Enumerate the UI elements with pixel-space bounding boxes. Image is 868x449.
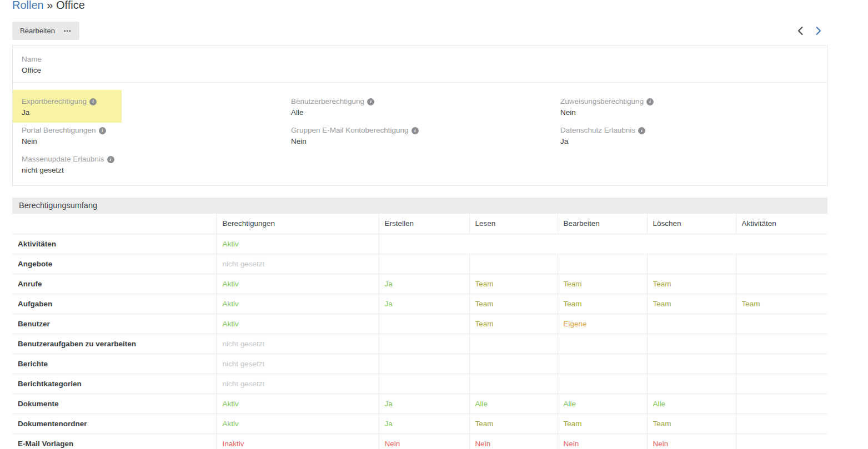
module-name-cell: Aktivitäten (12, 234, 217, 254)
field-massenupdate-erlaubnis: Massenupdate Erlaubnis nicht gesetzt (13, 148, 282, 176)
column-header-bearbeiten: Bearbeiten (558, 214, 647, 234)
scope-value-cell: Nein (558, 433, 647, 449)
scope-value-cell: Team (469, 314, 558, 334)
scope-value-cell (558, 354, 647, 374)
column-header-module (12, 214, 217, 234)
scope-value-cell (736, 413, 827, 433)
permission-status-cell: Aktiv (217, 274, 379, 294)
scope-value-cell (647, 314, 736, 334)
next-record-icon[interactable] (815, 26, 822, 36)
role-detail-page: Rollen » Office Bearbeiten ••• Name Offi… (12, 0, 827, 449)
field-label: Portal Berechtigungen (22, 126, 96, 134)
scope-value-cell: Team (469, 294, 558, 314)
scope-value-cell (647, 254, 736, 274)
module-name-cell: Dokumentenordner (12, 413, 217, 433)
role-fields-grid: Exportberechtigung Ja Benutzerberechtigu… (13, 83, 827, 185)
table-row: Benutzeraufgaben zu verarbeitennicht ges… (12, 334, 827, 354)
breadcrumb-link-rollen[interactable]: Rollen (12, 0, 44, 11)
scope-value-cell: Ja (379, 413, 469, 433)
field-value: nicht gesetzt (22, 166, 273, 174)
table-row: Berichtkategoriennicht gesetzt (12, 374, 827, 393)
column-header-lesen: Lesen (469, 214, 558, 234)
scope-value-cell: Team (469, 413, 558, 433)
scope-value-cell: Alle (647, 393, 736, 413)
scope-value-cell (736, 433, 827, 449)
column-header-aktivitaeten: Aktivitäten (736, 214, 827, 234)
info-icon[interactable] (638, 127, 645, 134)
field-value: Ja (22, 108, 102, 117)
scope-value-cell (647, 334, 736, 354)
role-detail-panel: Name Office Exportberechtigung Ja Benutz… (12, 46, 827, 186)
permission-status-cell: Aktiv (217, 294, 379, 314)
scope-value-cell: Team (647, 274, 736, 294)
column-header-berechtigungen: Berechtigungen (217, 214, 379, 234)
field-portal-berechtigungen: Portal Berechtigungen Nein (13, 119, 282, 148)
field-label: Benutzerberechtigung (291, 97, 364, 105)
field-value: Nein (291, 137, 543, 145)
module-name-cell: Anrufe (12, 274, 217, 294)
scope-value-cell (379, 314, 469, 334)
module-name-cell: E-Mail Vorlagen (12, 433, 217, 449)
info-icon[interactable] (412, 127, 419, 134)
scope-value-cell (558, 254, 647, 274)
table-row: DokumentenordnerAktivJaTeamTeamTeam (12, 413, 827, 433)
scope-value-cell (736, 393, 827, 413)
scope-value-cell: Ja (379, 274, 469, 294)
scope-value-cell (647, 354, 736, 374)
info-icon[interactable] (89, 98, 97, 105)
name-field-label: Name (22, 55, 818, 63)
info-icon[interactable] (107, 156, 114, 163)
permission-status-cell: Aktiv (217, 314, 379, 334)
field-label: Gruppen E-Mail Kontoberechtigung (291, 126, 409, 134)
scope-value-cell (736, 354, 827, 374)
scope-value-cell: Team (647, 294, 736, 314)
breadcrumb-separator: » (47, 0, 53, 11)
scope-value-cell (379, 354, 469, 374)
info-icon[interactable] (99, 127, 106, 134)
scope-value-cell: Alle (558, 393, 647, 413)
column-header-erstellen: Erstellen (379, 214, 469, 234)
scope-value-cell (469, 354, 558, 374)
field-value: Nein (560, 108, 818, 117)
scope-value-cell: Ja (379, 393, 469, 413)
scope-value-cell: Team (469, 274, 558, 294)
module-name-cell: Berichtkategorien (12, 374, 217, 393)
record-pager (797, 26, 827, 36)
previous-record-icon[interactable] (797, 26, 804, 36)
scope-value-cell: Ja (379, 294, 469, 314)
scope-value-cell: Nein (469, 433, 558, 449)
table-row: AnrufeAktivJaTeamTeamTeam (12, 274, 827, 294)
table-row: AufgabenAktivJaTeamTeamTeamTeam (12, 294, 827, 314)
scope-value-cell (736, 334, 827, 354)
info-icon[interactable] (646, 98, 654, 105)
scope-table-header-row: Berechtigungen Erstellen Lesen Bearbeite… (12, 214, 827, 234)
scope-value-cell (558, 374, 647, 393)
permission-status-cell: Inaktiv (217, 433, 379, 449)
scope-value-cell (469, 374, 558, 393)
scope-section: Berechtigungsumfang Berechtigungen Erste… (12, 198, 827, 449)
merged-empty-cell (379, 234, 827, 254)
permission-status-cell: Aktiv (217, 393, 379, 413)
module-name-cell: Berichte (12, 354, 217, 374)
name-field: Name Office (13, 46, 827, 83)
field-label: Datenschutz Erlaubnis (560, 126, 635, 134)
edit-button[interactable]: Bearbeiten (12, 22, 62, 40)
table-row: BenutzerAktivTeamEigene (12, 314, 827, 334)
field-exportberechtigung: Exportberechtigung Ja (13, 90, 122, 123)
more-actions-button[interactable]: ••• (62, 22, 79, 40)
field-value: Nein (22, 137, 273, 145)
scope-value-cell: Nein (379, 433, 469, 449)
scope-table: Berechtigungen Erstellen Lesen Bearbeite… (12, 214, 827, 449)
permission-status-cell: nicht gesetzt (217, 334, 379, 354)
field-label: Exportberechtigung (22, 97, 87, 105)
field-label: Zuweisungsberechtigung (560, 97, 644, 105)
field-value: Ja (560, 137, 818, 145)
edit-button-group: Bearbeiten ••• (12, 22, 79, 40)
info-icon[interactable] (367, 98, 374, 105)
scope-value-cell (379, 254, 469, 274)
field-benutzerberechtigung: Benutzerberechtigung Alle (282, 90, 551, 119)
scope-value-cell (379, 374, 469, 393)
scope-value-cell: Eigene (558, 314, 647, 334)
name-field-value: Office (22, 66, 818, 74)
scope-value-cell: Team (558, 413, 647, 433)
